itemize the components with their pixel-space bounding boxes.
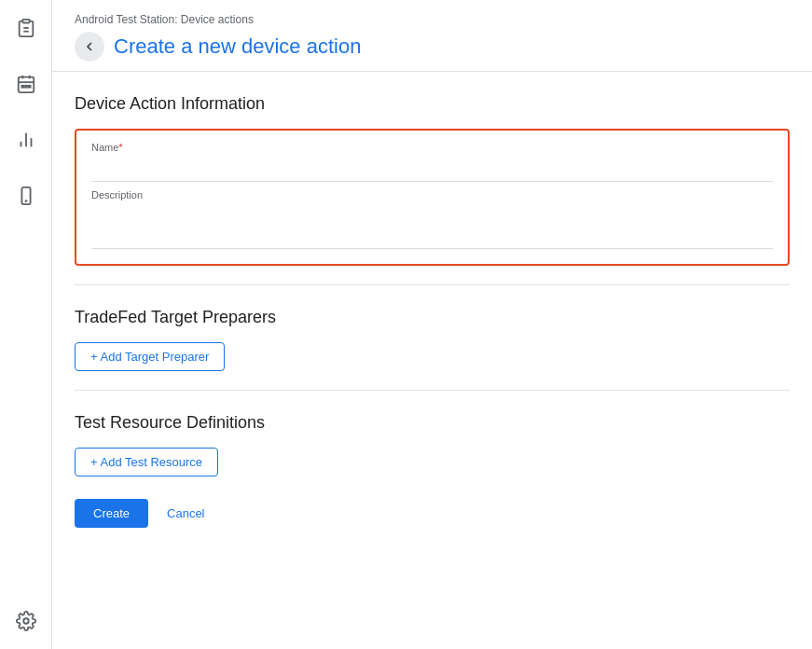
add-test-resource-button[interactable]: + Add Test Resource	[75, 448, 218, 476]
svg-rect-8	[25, 86, 27, 88]
breadcrumb: Android Test Station: Device actions	[75, 13, 790, 26]
svg-point-15	[23, 618, 29, 624]
svg-rect-7	[21, 86, 23, 88]
description-input[interactable]	[91, 204, 773, 249]
svg-rect-9	[28, 86, 30, 88]
svg-rect-3	[18, 77, 34, 93]
back-button[interactable]	[75, 32, 104, 62]
test-resource-section: Test Resource Definitions + Add Test Res…	[75, 391, 790, 546]
topbar: Android Test Station: Device actions Cre…	[52, 0, 812, 72]
sidebar-item-device[interactable]	[9, 179, 43, 213]
create-button[interactable]: Create	[75, 499, 148, 528]
form-group-device-action: Name* Description	[75, 129, 790, 266]
sidebar-item-settings[interactable]	[9, 604, 43, 638]
main-content: Android Test Station: Device actions Cre…	[52, 0, 812, 649]
page-title: Create a new device action	[114, 35, 361, 59]
description-field-wrapper: Description	[91, 189, 773, 253]
svg-rect-0	[22, 20, 29, 23]
sidebar-item-analytics[interactable]	[9, 123, 43, 157]
sidebar	[0, 0, 52, 649]
sidebar-item-clipboard[interactable]	[9, 11, 43, 45]
section-title-test-resource: Test Resource Definitions	[75, 413, 790, 433]
section-title-tradefed: TradeFed Target Preparers	[75, 308, 790, 327]
description-label: Description	[91, 189, 773, 200]
cancel-button[interactable]: Cancel	[156, 499, 215, 528]
form-actions: Create Cancel	[75, 499, 790, 528]
add-target-preparer-button[interactable]: + Add Target Preparer	[75, 342, 225, 371]
sidebar-item-calendar[interactable]	[9, 67, 43, 101]
content-area: Device Action Information Name* Descript…	[52, 72, 812, 584]
tradefed-section: TradeFed Target Preparers + Add Target P…	[75, 285, 790, 391]
name-field-wrapper: Name*	[91, 142, 773, 182]
section-title-device-action: Device Action Information	[75, 94, 790, 114]
name-input[interactable]	[91, 157, 773, 182]
name-label: Name*	[91, 142, 773, 153]
device-action-info-section: Device Action Information Name* Descript…	[75, 72, 790, 285]
